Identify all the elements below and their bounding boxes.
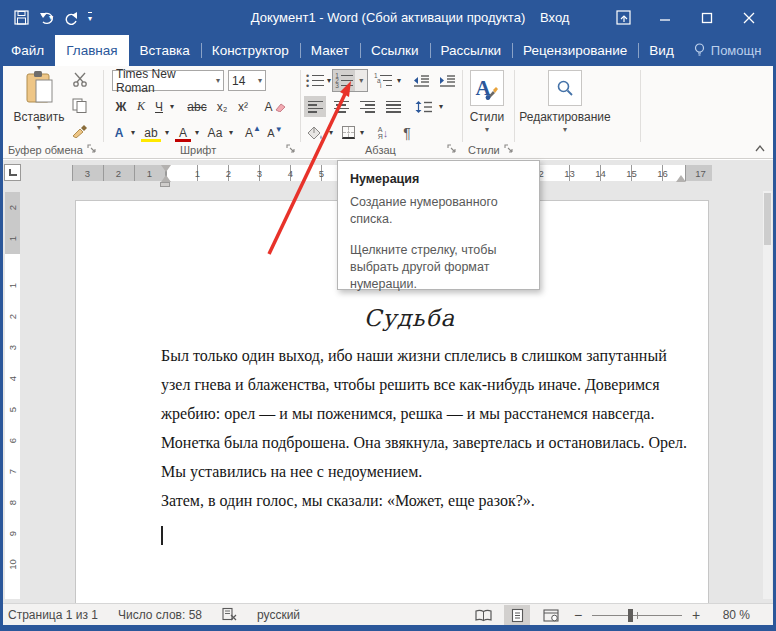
styles-caret-icon[interactable]: ▾ bbox=[462, 126, 512, 134]
copy-icon[interactable] bbox=[72, 98, 88, 116]
borders-button[interactable] bbox=[338, 122, 358, 143]
tab-stop-selector[interactable] bbox=[4, 164, 21, 181]
change-case-caret-icon[interactable]: ▾ bbox=[226, 122, 236, 143]
subscript-button[interactable]: x₂ bbox=[213, 96, 231, 117]
document-text-line[interactable]: жребию: орел — и мы поженимся, решка — и… bbox=[161, 405, 658, 434]
sign-in-link[interactable]: Вход bbox=[540, 0, 569, 35]
first-line-indent-marker[interactable] bbox=[161, 165, 171, 172]
underline-button[interactable]: Ч bbox=[151, 96, 167, 117]
change-case-button[interactable]: Аа bbox=[204, 122, 226, 143]
print-layout-icon[interactable] bbox=[504, 605, 530, 625]
bold-button[interactable]: Ж bbox=[112, 96, 130, 117]
multilevel-caret-icon[interactable]: ▾ bbox=[394, 70, 404, 91]
justify-button[interactable] bbox=[382, 96, 404, 117]
sort-button[interactable]: А Я ↓ bbox=[372, 122, 394, 143]
grow-font-button[interactable]: А▲ bbox=[244, 122, 262, 143]
strikethrough-button[interactable]: abc bbox=[184, 96, 210, 117]
document-text-line[interactable]: узел гнева и блаженства, чтобы решить вс… bbox=[161, 376, 658, 405]
tab-references[interactable]: Ссылки bbox=[360, 35, 430, 66]
read-mode-icon[interactable] bbox=[470, 605, 496, 625]
text-effects-button[interactable]: А bbox=[110, 122, 128, 143]
font-color-caret-icon[interactable]: ▾ bbox=[192, 122, 202, 143]
document-text-line[interactable]: Мы уставились на нее с недоумением. bbox=[161, 463, 658, 492]
vertical-scrollbar[interactable] bbox=[763, 191, 772, 599]
font-size-caret-icon[interactable]: ▾ bbox=[258, 77, 262, 85]
ribbon-display-options-icon[interactable] bbox=[602, 0, 644, 35]
word-count[interactable]: Число слов: 58 bbox=[118, 608, 202, 622]
vertical-ruler[interactable]: 21 12345678910 bbox=[5, 192, 20, 599]
multilevel-list-button[interactable]: 1 a i bbox=[372, 70, 394, 91]
lightbulb-icon bbox=[693, 42, 706, 60]
tab-insert[interactable]: Вставка bbox=[129, 35, 201, 66]
minimize-icon[interactable] bbox=[644, 0, 686, 35]
styles-dialog-launcher-icon[interactable] bbox=[504, 144, 515, 155]
proofing-errors-icon[interactable] bbox=[222, 607, 237, 624]
align-left-button[interactable] bbox=[304, 96, 326, 117]
numbering-button[interactable]: 1 2 3 ▾ bbox=[332, 69, 368, 92]
right-indent-marker[interactable] bbox=[676, 175, 686, 182]
document-text-line[interactable]: Был только один выход, ибо наши жизни сп… bbox=[161, 347, 658, 376]
align-center-button[interactable] bbox=[330, 96, 352, 117]
format-painter-icon[interactable] bbox=[72, 124, 88, 141]
tab-mailings[interactable]: Рассылки bbox=[430, 35, 513, 66]
font-dialog-launcher-icon[interactable] bbox=[286, 144, 297, 155]
borders-caret-icon[interactable]: ▾ bbox=[357, 122, 367, 143]
underline-caret-icon[interactable]: ▾ bbox=[167, 96, 177, 117]
italic-button[interactable]: К bbox=[133, 96, 149, 117]
zoom-slider[interactable] bbox=[592, 605, 682, 625]
numbering-icon[interactable]: 1 2 3 bbox=[333, 70, 355, 91]
decrease-indent-button[interactable] bbox=[410, 70, 432, 91]
tab-home[interactable]: Главная bbox=[55, 35, 128, 66]
page-count[interactable]: Страница 1 из 1 bbox=[8, 608, 98, 622]
zoom-in-icon[interactable]: + bbox=[690, 607, 702, 623]
document-text-line[interactable]: Затем, в один голос, мы сказали: «Может,… bbox=[161, 492, 658, 521]
font-name-caret-icon[interactable]: ▾ bbox=[216, 77, 220, 85]
document-title[interactable]: Судьба bbox=[161, 305, 658, 341]
cut-icon[interactable] bbox=[72, 72, 88, 90]
shading-button[interactable] bbox=[304, 122, 326, 143]
editing-caret-icon[interactable]: ▾ bbox=[515, 126, 615, 134]
align-right-button[interactable] bbox=[356, 96, 378, 117]
close-icon[interactable] bbox=[728, 0, 770, 35]
highlight-caret-icon[interactable]: ▾ bbox=[162, 122, 172, 143]
paste-caret-icon[interactable]: ▾ bbox=[37, 124, 41, 132]
hanging-indent-marker[interactable] bbox=[161, 175, 171, 182]
scrollbar-thumb[interactable] bbox=[764, 193, 771, 245]
line-spacing-caret-icon[interactable]: ▾ bbox=[436, 96, 446, 117]
line-spacing-button[interactable] bbox=[412, 96, 436, 117]
text-effects-caret-icon[interactable]: ▾ bbox=[128, 122, 138, 143]
zoom-level[interactable]: 80 % bbox=[710, 608, 750, 622]
show-paragraph-marks-button[interactable]: ¶ bbox=[398, 122, 416, 143]
tab-layout[interactable]: Макет bbox=[300, 35, 360, 66]
increase-indent-icon bbox=[439, 74, 456, 87]
paragraph-dialog-launcher-icon[interactable] bbox=[447, 144, 458, 155]
maximize-icon[interactable] bbox=[686, 0, 728, 35]
bullets-button[interactable]: • • • bbox=[304, 70, 326, 91]
numbering-caret-icon[interactable]: ▾ bbox=[355, 70, 367, 91]
clear-formatting-button[interactable]: А bbox=[262, 96, 288, 117]
document-text-line[interactable]: Монетка была подброшена. Она звякнула, з… bbox=[161, 434, 658, 463]
increase-indent-button[interactable] bbox=[436, 70, 458, 91]
collapse-ribbon-icon[interactable] bbox=[754, 142, 766, 156]
cursor-line[interactable] bbox=[161, 521, 658, 550]
font-size-combobox[interactable]: 14 ▾ bbox=[228, 70, 266, 91]
styles-button[interactable]: А bbox=[470, 70, 504, 106]
zoom-out-icon[interactable]: − bbox=[572, 607, 584, 623]
web-layout-icon[interactable] bbox=[538, 605, 564, 625]
shrink-font-button[interactable]: А▼ bbox=[266, 122, 284, 143]
document-body[interactable]: Был только один выход, ибо наши жизни сп… bbox=[161, 347, 658, 521]
shading-caret-icon[interactable]: ▾ bbox=[326, 122, 336, 143]
editing-button[interactable] bbox=[548, 70, 582, 106]
language-indicator[interactable]: русский bbox=[257, 608, 300, 622]
zoom-slider-thumb[interactable] bbox=[628, 609, 633, 622]
font-name-combobox[interactable]: Times New Roman ▾ bbox=[112, 70, 224, 91]
tab-design[interactable]: Конструктор bbox=[201, 35, 300, 66]
tell-me-box[interactable]: Помощн bbox=[685, 35, 770, 66]
tab-view[interactable]: Вид bbox=[638, 35, 684, 66]
highlight-color-button[interactable]: ab bbox=[140, 122, 162, 143]
font-color-button[interactable]: А bbox=[174, 122, 192, 143]
clipboard-dialog-launcher-icon[interactable] bbox=[87, 144, 98, 155]
superscript-button[interactable]: x² bbox=[234, 96, 252, 117]
tab-file[interactable]: Файл bbox=[0, 35, 55, 66]
tab-review[interactable]: Рецензирование bbox=[512, 35, 638, 66]
